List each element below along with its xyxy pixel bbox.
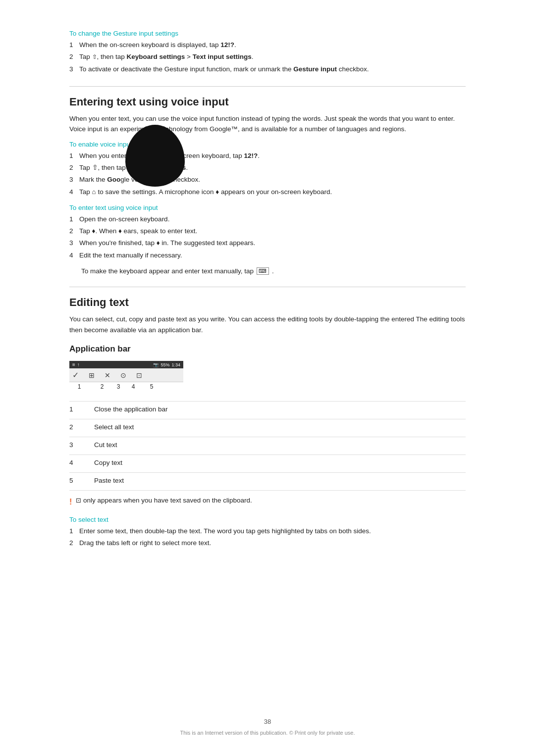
app-bar-battery: 55% (160, 362, 169, 367)
page: To change the Gesture input settings 1 W… (0, 0, 535, 756)
app-bar-label-4: 4 (126, 383, 141, 390)
page-footer: 38 This is an Internet version of this p… (0, 718, 535, 736)
note-icon: ! (69, 496, 72, 508)
app-bar-icon-paste: ⊡ (136, 371, 142, 379)
keyboard-note: To make the keyboard appear and enter te… (81, 267, 466, 275)
app-bar-table: 1 Close the application bar 2 Select all… (69, 401, 466, 491)
app-bar-label-1: 1 (72, 383, 86, 390)
app-bar-number-labels: 1 2 3 4 5 (69, 382, 183, 391)
enter-step-1: 1 Open the on-screen keyboard. (69, 214, 466, 224)
enter-step-3: 3 When you're finished, tap ♦ in. The su… (69, 238, 466, 248)
enable-voice-steps: 1 When you enter text using the on-scree… (69, 151, 466, 197)
select-step-1: 1 Enter some text, then double-tap the t… (69, 526, 466, 536)
gesture-heading: To change the Gesture input settings (69, 30, 466, 37)
app-bar-status1: 📷 (153, 362, 159, 367)
enable-step-1: 1 When you enter text using the on-scree… (69, 151, 466, 161)
enter-voice-heading: To enter text using voice input (69, 204, 466, 211)
editing-section: Editing text You can select, cut, copy a… (69, 287, 466, 508)
gesture-section: To change the Gesture input settings 1 W… (69, 30, 466, 74)
select-text-section: To select text 1 Enter some text, then d… (69, 516, 466, 549)
select-text-steps: 1 Enter some text, then double-tap the t… (69, 526, 466, 549)
voice-section: Entering text using voice input When you… (69, 86, 466, 275)
table-row-1: 1 Close the application bar (69, 405, 466, 413)
enter-voice-steps: 1 Open the on-screen keyboard. 2 Tap ♦. … (69, 214, 466, 260)
enter-step-4: 4 Edit the text manually if necessary. (69, 251, 466, 260)
table-row-5: 5 Paste text (69, 477, 466, 484)
app-bar-icon-grid: ⊞ (89, 371, 95, 379)
app-bar-icon-cut: ✕ (105, 371, 110, 379)
enable-step-4: 4 Tap ⌂ to save the settings. A micropho… (69, 187, 466, 197)
gesture-step-1: 1 When the on-screen keyboard is display… (69, 40, 466, 50)
clipboard-note: ! ⊡ only appears when you have text save… (69, 496, 466, 508)
app-bar-label-2: 2 (93, 383, 111, 390)
select-step-2: 2 Drag the tabs left or right to select … (69, 538, 466, 548)
editing-heading: Editing text (69, 287, 466, 309)
keyboard-icon: ⌨ (257, 267, 269, 275)
table-row-2: 2 Select all text (69, 423, 466, 431)
app-bar-icon-check: ✓ (72, 370, 79, 380)
app-bar-heading: Application bar (69, 344, 466, 354)
enter-step-2: 2 Tap ♦. When ♦ ears, speak to enter tex… (69, 226, 466, 236)
app-bar-top-bar: ≡ ↑ 📷 55% 1:34 (69, 361, 183, 368)
app-bar-left-icon2: ↑ (77, 362, 80, 367)
app-bar-left-icon1: ≡ (72, 362, 75, 367)
gesture-steps: 1 When the on-screen keyboard is display… (69, 40, 466, 74)
gesture-step-3: 3 To activate or deactivate the Gesture … (69, 64, 466, 74)
gesture-step-2: 2 Tap ⇧, then tap Keyboard settings > Te… (69, 52, 466, 62)
table-divider-2 (69, 437, 466, 437)
app-bar-label-5: 5 (141, 383, 162, 390)
app-bar-label-3: 3 (111, 383, 126, 390)
app-bar-widget: ≡ ↑ 📷 55% 1:34 ✓ ⊞ ✕ ⊙ ⊡ (69, 361, 466, 391)
select-text-heading: To select text (69, 516, 466, 523)
page-number: 38 (0, 718, 535, 725)
table-divider-1 (69, 419, 466, 419)
table-divider-bottom (69, 490, 466, 491)
enable-step-3: 3 Mark the Google voice typing checkbox. (69, 175, 466, 185)
footer-text: This is an Internet version of this publ… (180, 730, 355, 736)
table-divider-3 (69, 454, 466, 455)
app-bar-icon-copy: ⊙ (120, 371, 126, 379)
app-bar-time: 1:34 (171, 362, 180, 367)
voice-body: When you enter text, you can use the voi… (69, 113, 466, 135)
voice-heading: Entering text using voice input (69, 86, 466, 108)
editing-body: You can select, cut, copy and paste text… (69, 314, 466, 335)
app-bar-image: ≡ ↑ 📷 55% 1:34 ✓ ⊞ ✕ ⊙ ⊡ (69, 361, 466, 391)
table-divider-4 (69, 472, 466, 473)
table-row-3: 3 Cut text (69, 441, 466, 449)
table-row-4: 4 Copy text (69, 459, 466, 466)
app-bar-icons-row: ✓ ⊞ ✕ ⊙ ⊡ (69, 368, 183, 382)
table-divider-top (69, 401, 466, 402)
